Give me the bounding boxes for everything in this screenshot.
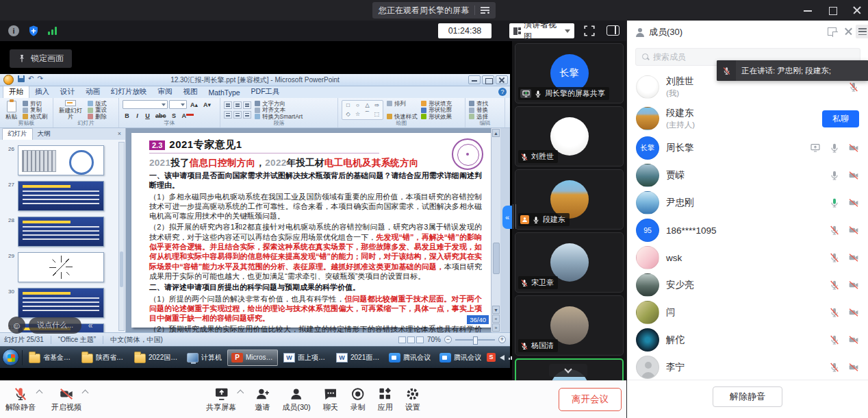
panel-menu-icon[interactable] <box>856 25 868 38</box>
toolbar-button[interactable]: 应用 <box>378 386 393 411</box>
thumbnails-scrollbar[interactable] <box>118 142 125 331</box>
leave-meeting-button[interactable]: 离开会议 <box>559 388 622 411</box>
switch-view-icon[interactable] <box>481 7 489 14</box>
slide-scrollbar[interactable]: ▲ ▼ « » <box>491 128 500 332</box>
shrink-font-button[interactable]: A▾ <box>201 100 213 109</box>
popout-panel-icon[interactable] <box>828 27 837 36</box>
mic-status-icon[interactable] <box>829 170 840 181</box>
close-button[interactable] <box>853 6 861 14</box>
member-row[interactable]: wsk 私聊 <box>627 244 868 271</box>
slide-canvas[interactable]: 2.3 2021专家意见1 2021投了信息口控制方向，2022年投工材电工电机… <box>131 133 493 328</box>
emoji-icon[interactable] <box>8 317 25 334</box>
ribbon-tab[interactable]: 开始 <box>3 86 29 98</box>
camera-status-icon[interactable] <box>848 307 859 318</box>
help-icon[interactable] <box>498 88 507 96</box>
view-switcher-icons[interactable] <box>398 336 424 343</box>
minimize-button[interactable] <box>804 6 812 14</box>
watching-banner[interactable]: 您正在观看周长擎的屏幕 <box>372 2 496 19</box>
zoom-slider[interactable] <box>455 339 495 341</box>
ppt-minimize-button[interactable] <box>468 75 481 84</box>
ribbon-tab[interactable]: 审阅 <box>153 86 178 98</box>
mic-status-icon[interactable] <box>848 82 859 93</box>
shape-effects-button[interactable]: 形状效果 <box>421 114 452 120</box>
font-size-select[interactable] <box>169 100 187 109</box>
zoom-in-button[interactable]: + <box>498 336 506 343</box>
shape-fill-button[interactable]: 形状填充 <box>421 101 452 107</box>
unmute-control[interactable]: 解除静音 <box>5 386 42 411</box>
arrange-button[interactable]: 排列 <box>387 101 418 107</box>
ribbon-tab[interactable]: 幻灯片放映 <box>105 86 153 98</box>
camera-status-icon[interactable] <box>848 225 859 236</box>
quick-chat-input[interactable]: 说点什么... <box>29 317 81 334</box>
taskbar-item[interactable]: 陕西省自... <box>78 349 129 366</box>
video-tile[interactable]: 长擎 周长擎的屏幕共享 <box>515 43 624 103</box>
video-tile[interactable]: 刘胜世 <box>515 106 624 167</box>
cut-button[interactable]: 剪切 <box>23 101 48 107</box>
copy-button[interactable]: 复制 <box>23 107 48 113</box>
fullscreen-icon[interactable] <box>583 25 596 40</box>
taskbar-item[interactable]: Microsof... <box>227 349 278 366</box>
taskbar-item[interactable]: 省基金真... <box>25 349 76 366</box>
select-button[interactable]: 选择 <box>469 114 488 120</box>
options-chevron[interactable] <box>237 390 244 397</box>
maximize-button[interactable] <box>828 6 837 14</box>
taskbar-item[interactable]: 面上项目... <box>280 349 331 366</box>
member-row[interactable]: 贾嵘 私聊 <box>627 162 868 189</box>
ppt-maximize-button[interactable] <box>482 75 494 84</box>
security-shield-icon[interactable] <box>27 25 40 40</box>
member-row[interactable]: 长擎 周长擎 私聊 <box>627 134 868 162</box>
mic-status-icon[interactable] <box>829 334 840 345</box>
text-direction-button[interactable]: 文字方向 <box>255 101 303 107</box>
network-signal-icon[interactable] <box>48 27 57 35</box>
toolbar-button[interactable]: 邀请 <box>255 386 270 411</box>
toolbar-button[interactable]: 聊天 <box>323 386 338 411</box>
collapse-chat-icon[interactable] <box>85 319 96 332</box>
member-row[interactable]: 安少亮 私聊 <box>627 271 868 299</box>
smartart-button[interactable]: 转换为SmartArt <box>255 114 303 120</box>
camera-status-icon[interactable] <box>848 252 859 263</box>
quick-styles-button[interactable]: 快速样式 <box>387 114 418 120</box>
mic-status-icon[interactable] <box>829 197 840 208</box>
mic-status-icon[interactable] <box>829 143 840 153</box>
mic-status-icon[interactable] <box>829 252 840 263</box>
camera-status-icon[interactable] <box>848 197 859 208</box>
office-button[interactable] <box>3 75 14 85</box>
replace-button[interactable]: 替换 <box>469 107 488 113</box>
taskbar-item[interactable]: 2022国家... <box>131 349 181 366</box>
video-tile[interactable]: 段建东 <box>515 169 624 230</box>
mic-status-icon[interactable] <box>829 225 840 236</box>
align-left-icon[interactable] <box>224 111 232 119</box>
view-mode-selector[interactable]: 演讲者视图 <box>509 23 574 38</box>
volume-icon[interactable] <box>500 355 505 360</box>
member-row[interactable]: 95 186****1095 私聊 <box>627 217 868 244</box>
private-chat-button[interactable]: 私聊 <box>822 110 859 127</box>
save-icon[interactable] <box>18 75 25 82</box>
resize-grip[interactable] <box>513 204 516 229</box>
paste-button[interactable]: 粘贴 <box>3 100 19 120</box>
delete-button[interactable]: 删除 <box>88 114 107 120</box>
side-panel-toggle-icon[interactable] <box>607 25 620 36</box>
close-panel-icon[interactable] <box>844 27 853 36</box>
toolbar-button[interactable]: 设置 <box>405 386 420 411</box>
mic-status-icon[interactable] <box>829 307 840 318</box>
undo-icon[interactable]: ↶ <box>28 75 34 82</box>
taskbar-item[interactable]: 2021面上... <box>333 349 383 366</box>
ribbon-tab[interactable]: 设计 <box>55 86 80 98</box>
unmute-all-button[interactable]: 解除静音 <box>713 386 782 407</box>
camera-status-icon[interactable] <box>848 280 859 291</box>
indent-icon[interactable] <box>243 101 251 109</box>
reset-button[interactable]: 重设 <box>88 107 107 113</box>
ribbon-tab[interactable]: PDF工具 <box>246 86 285 98</box>
start-video-control[interactable]: 开启视频 <box>51 386 88 411</box>
ppt-close-button[interactable] <box>496 75 508 84</box>
camera-options-chevron[interactable] <box>82 390 89 397</box>
ribbon-tab[interactable]: MathType <box>203 88 246 98</box>
slide-thumbnail[interactable]: 30 <box>18 288 104 318</box>
shapes-gallery[interactable]: □○△⇨ ◇☆⌒⬚ <box>342 100 383 120</box>
ribbon-tab[interactable]: 插入 <box>29 86 55 98</box>
camera-status-icon[interactable] <box>848 334 859 345</box>
zoom-out-button[interactable]: − <box>444 336 452 343</box>
align-text-button[interactable]: 对齐文本 <box>255 107 303 113</box>
start-button[interactable] <box>2 349 19 366</box>
collapse-panel-handle[interactable] <box>502 206 512 229</box>
